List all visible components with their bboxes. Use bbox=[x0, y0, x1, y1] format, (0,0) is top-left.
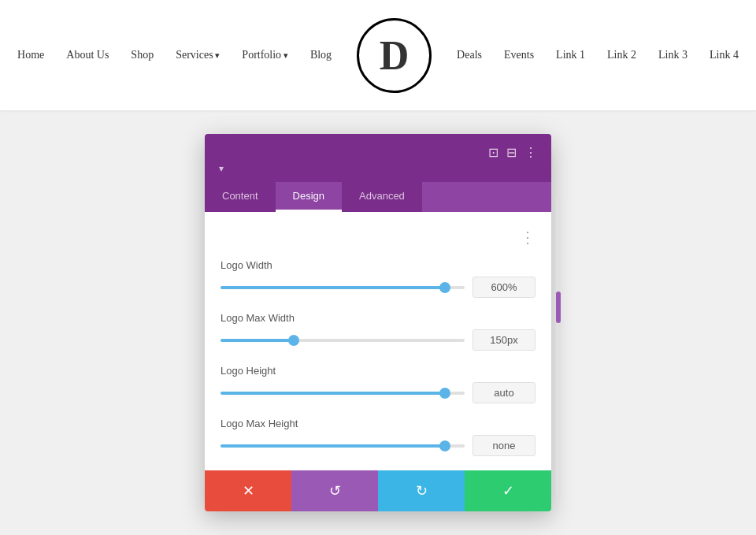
slider-track-3[interactable] bbox=[220, 444, 465, 448]
slider-fill-1 bbox=[220, 339, 294, 342]
slider-row-2: auto bbox=[220, 382, 536, 403]
setting-label-3: Logo Max Height bbox=[220, 418, 536, 429]
settings-list: Logo Width600%Logo Max Width150pxLogo He… bbox=[220, 259, 536, 456]
setting-label-0: Logo Width bbox=[220, 259, 536, 271]
navigation-bar: HomeAbout UsShopServicesPortfolioBlog D … bbox=[0, 0, 756, 110]
modal-title-row: ⊡ ⊟ ⋮ bbox=[219, 145, 537, 160]
modal-footer: ✕↺↻✓ bbox=[205, 470, 551, 511]
nav-link-link-3[interactable]: Link 3 bbox=[647, 49, 699, 61]
modal-preset: ▾ bbox=[219, 160, 537, 182]
setting-label-2: Logo Height bbox=[220, 365, 536, 377]
tab-advanced[interactable]: Advanced bbox=[342, 182, 422, 212]
expand-icon[interactable]: ⊡ bbox=[488, 145, 498, 160]
slider-fill-0 bbox=[220, 286, 445, 289]
setting-row-2: Logo Heightauto bbox=[220, 365, 536, 403]
nav-link-services[interactable]: Services bbox=[165, 49, 231, 61]
slider-thumb-0[interactable] bbox=[439, 282, 450, 293]
nav-link-link-1[interactable]: Link 1 bbox=[545, 49, 596, 61]
setting-row-0: Logo Width600% bbox=[220, 259, 536, 298]
nav-links: HomeAbout UsShopServicesPortfolioBlog D … bbox=[16, 18, 740, 93]
nav-link-link-4[interactable]: Link 4 bbox=[699, 49, 750, 61]
slider-value-3[interactable]: none bbox=[472, 435, 536, 456]
split-icon[interactable]: ⊟ bbox=[506, 145, 517, 160]
modal-body: ⋮ Logo Width600%Logo Max Width150pxLogo … bbox=[205, 212, 551, 456]
tab-content[interactable]: Content bbox=[205, 182, 276, 212]
slider-fill-3 bbox=[220, 444, 445, 448]
nav-link-events[interactable]: Events bbox=[493, 49, 545, 61]
reset-button[interactable]: ↺ bbox=[291, 470, 378, 511]
setting-row-1: Logo Max Width150px bbox=[220, 312, 536, 351]
nav-link-link-2[interactable]: Link 2 bbox=[596, 49, 647, 61]
setting-label-1: Logo Max Width bbox=[220, 312, 536, 324]
slider-value-1[interactable]: 150px bbox=[472, 329, 536, 351]
nav-link-portfolio[interactable]: Portfolio bbox=[231, 49, 299, 61]
slider-value-2[interactable]: auto bbox=[472, 382, 536, 403]
save-button[interactable]: ✓ bbox=[465, 470, 551, 511]
slider-thumb-3[interactable] bbox=[439, 440, 450, 451]
slider-thumb-1[interactable] bbox=[288, 335, 299, 346]
nav-link-shop[interactable]: Shop bbox=[120, 49, 165, 61]
slider-row-1: 150px bbox=[220, 329, 536, 351]
more-icon[interactable]: ⋮ bbox=[524, 145, 537, 160]
nav-link-home[interactable]: Home bbox=[6, 49, 55, 61]
nav-link-deals[interactable]: Deals bbox=[446, 49, 493, 61]
modal-wrapper: ⊡ ⊟ ⋮ ▾ ContentDesignAdvanced ⋮ Logo Wid… bbox=[205, 134, 551, 535]
section-header: ⋮ bbox=[220, 228, 536, 247]
slider-track-0[interactable] bbox=[220, 286, 465, 289]
nav-link-about-us[interactable]: About Us bbox=[55, 49, 120, 61]
page-content: ⊡ ⊟ ⋮ ▾ ContentDesignAdvanced ⋮ Logo Wid… bbox=[0, 110, 756, 535]
scrollbar-track[interactable] bbox=[556, 197, 561, 496]
tab-design[interactable]: Design bbox=[276, 182, 342, 212]
scrollbar-thumb[interactable] bbox=[556, 292, 561, 323]
slider-thumb-2[interactable] bbox=[439, 388, 450, 399]
slider-row-0: 600% bbox=[220, 277, 536, 298]
slider-fill-2 bbox=[220, 392, 445, 395]
settings-modal: ⊡ ⊟ ⋮ ▾ ContentDesignAdvanced ⋮ Logo Wid… bbox=[205, 134, 551, 511]
site-logo: D bbox=[357, 18, 432, 93]
modal-tabs: ContentDesignAdvanced bbox=[205, 182, 551, 212]
nav-link-blog[interactable]: Blog bbox=[299, 49, 343, 61]
section-more-icon[interactable]: ⋮ bbox=[520, 228, 536, 247]
slider-track-1[interactable] bbox=[220, 339, 465, 342]
modal-header: ⊡ ⊟ ⋮ ▾ bbox=[205, 134, 551, 182]
slider-value-0[interactable]: 600% bbox=[472, 277, 536, 298]
setting-row-3: Logo Max Heightnone bbox=[220, 418, 536, 456]
cancel-button[interactable]: ✕ bbox=[205, 470, 291, 511]
slider-row-3: none bbox=[220, 435, 536, 456]
modal-header-icons: ⊡ ⊟ ⋮ bbox=[488, 145, 537, 160]
redo-button[interactable]: ↻ bbox=[378, 470, 465, 511]
slider-track-2[interactable] bbox=[220, 392, 465, 395]
